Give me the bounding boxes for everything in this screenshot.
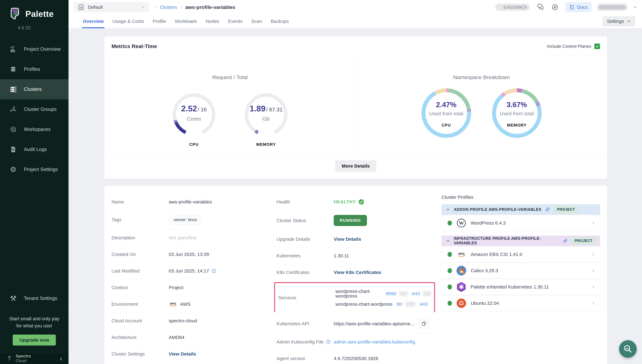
collapse-sidebar-icon[interactable]: ‹ [58, 354, 64, 362]
tab-usage-costs[interactable]: Usage & Costs [108, 14, 148, 28]
layers-icon [9, 66, 17, 73]
sidebar-item-label: Workspaces [24, 126, 51, 132]
memory-request-value: 1.89 [250, 104, 266, 113]
memory-gauge-label: MEMORY [256, 142, 276, 147]
breadcrumb: / Clusters / aws-profile-variables [155, 4, 235, 10]
profile-item-palette-extended-kubernetes[interactable]: Palette eXtended Kubernetes 1.30.11 [442, 279, 600, 295]
sidebar-item-profiles[interactable]: Profiles [0, 59, 69, 79]
detail-row-environment: Environment aws AWS [111, 296, 270, 312]
sidebar-item-label: Clusters [24, 86, 42, 92]
detail-row-architecture: Architecture AMD64 [111, 329, 270, 346]
cluster-details-card: Name aws-profile-variables Tags owner: l… [104, 186, 607, 364]
app-version: 4.6.32 [9, 20, 69, 30]
sidebar-item-workspaces[interactable]: Workspaces [0, 119, 69, 140]
checkbox-checked-icon[interactable] [594, 44, 600, 49]
memory-used-percent: 3.67% [491, 100, 543, 109]
sidebar-footer: Spectro Cloud ‹ [0, 353, 69, 364]
services-row-highlighted: Services wordpress-chart-wordpress :9090… [274, 282, 435, 312]
view-k8s-certificates-link[interactable]: View K8s Certificates [334, 270, 381, 275]
profile-item-calico[interactable]: Calico 3.29.3 [442, 263, 600, 278]
info-icon[interactable] [211, 268, 216, 273]
profile-item-amazon-ebs-csi[interactable]: aws Amazon EBS CSI 1.41.0 [442, 246, 600, 262]
tab-nodes[interactable]: Nodes [201, 14, 224, 28]
tab-overview[interactable]: Overview [78, 14, 108, 28]
sidebar-item-tenant-settings[interactable]: ⚒ Tenant Settings [0, 288, 69, 308]
more-details-button[interactable]: More Details [335, 160, 376, 172]
detail-row-k8s-certificates: K8s Certificates View K8s Certificates [277, 264, 435, 281]
detail-row-cloud-account: Cloud Account spectro-cloud [111, 312, 270, 329]
sidebar-item-label: Cluster Groups [24, 106, 57, 112]
kubeconfig-download-link[interactable]: admin.aws-profile-variables.kubeconfig [334, 339, 415, 344]
upgrade-view-details-link[interactable]: View Details [334, 236, 361, 242]
sidebar-item-audit-logs[interactable]: Audit Logs [0, 140, 69, 160]
chevron-right-icon [591, 285, 596, 289]
svg-text:W: W [459, 220, 464, 226]
breadcrumb-clusters-link[interactable]: Clusters [160, 4, 177, 10]
detail-row-tags: Tags owner: linus [111, 210, 270, 230]
bar-chart-icon [9, 46, 17, 53]
status-dot-green [448, 268, 452, 273]
tab-scan[interactable]: Scan [247, 14, 266, 28]
cluster-settings-view-details-link[interactable]: View Details [169, 351, 196, 357]
profile-item-wordpress[interactable]: W WordPress 6.4.3 [442, 215, 600, 231]
brand-name: Palette [25, 9, 54, 19]
cluster-profiles-title: Cluster Profiles [442, 194, 600, 200]
request-total-title: Request / Total [212, 74, 248, 80]
service-name: wordpress-chart-wordpress [335, 302, 392, 306]
chevron-down-icon[interactable] [633, 5, 637, 10]
brand-block: Palette 4.6.32 [0, 0, 69, 30]
docs-button[interactable]: Docs [565, 2, 591, 12]
cpu-used-percent: 2.47% [420, 100, 472, 109]
sidebar-item-label: Tenant Settings [24, 296, 57, 301]
copy-icon[interactable] [419, 319, 429, 329]
service-port-link[interactable]: :443 [418, 302, 428, 306]
tag-pill: owner: linus [169, 215, 202, 224]
topbar: Default / Clusters / aws-profile-variabl… [69, 0, 642, 14]
metrics-card: Metrics Real-Time Include Control Planes… [104, 36, 607, 179]
sidebar-item-cluster-groups[interactable]: Cluster Groups [0, 99, 69, 119]
health-status-text: HEALTHY [334, 200, 356, 204]
infrastructure-profile-group: INFRASTRUCTURE PROFILE AWS-PROFILE-VARIA… [442, 236, 600, 311]
spectro-cloud-logo [6, 355, 13, 362]
redacted-text [405, 302, 415, 306]
chevron-right-icon [591, 301, 596, 306]
detail-row-cluster-settings: Cluster Settings View Details [111, 346, 270, 362]
user-menu[interactable] [598, 4, 626, 10]
sidebar-item-project-settings[interactable]: ⚙ Project Settings [0, 160, 69, 180]
chevron-down-icon [446, 207, 450, 212]
promo-line2: for what you use! [4, 322, 65, 329]
settings-dropdown-button[interactable]: Settings [603, 16, 635, 26]
service-port-link[interactable]: :9090 [384, 291, 396, 296]
status-dot-green [448, 220, 452, 226]
feedback-chat-button[interactable] [536, 3, 544, 11]
service-port-link[interactable]: :80 [396, 302, 402, 306]
addon-profile-group: ADDON PROFILE AWS-PROFILE-VARIABLES PROJ… [442, 204, 600, 231]
info-icon[interactable] [326, 340, 331, 344]
sidebar-item-label: Project Settings [24, 167, 58, 172]
chevron-down-icon [446, 239, 450, 243]
detail-row-kubernetes-api: Kubernetes API https://aws-profile-varia… [277, 314, 435, 334]
memory-namespace-donut: 3.67% Used from total MEMORY [491, 87, 543, 139]
help-search-fab[interactable] [619, 340, 637, 358]
tab-workloads[interactable]: Workloads [170, 14, 201, 28]
tools-icon: ⚒ [9, 295, 17, 302]
calico-logo [456, 266, 466, 276]
service-port-link[interactable]: :443 [411, 291, 420, 296]
profile-item-ubuntu[interactable]: Ubuntu 22.04 [442, 296, 600, 311]
project-selector[interactable]: Default [74, 2, 149, 12]
tab-backups[interactable]: Backups [266, 14, 293, 28]
tab-events[interactable]: Events [224, 14, 247, 28]
compass-explore-button[interactable] [551, 3, 559, 11]
addon-profile-header[interactable]: ADDON PROFILE AWS-PROFILE-VARIABLES PROJ… [442, 204, 600, 214]
audit-log-icon [9, 146, 17, 153]
tab-profile[interactable]: Profile [148, 14, 170, 28]
sidebar-item-clusters[interactable]: Clusters [0, 79, 69, 99]
sidebar: Palette 4.6.32 Project Overview [0, 0, 69, 364]
sidebar-item-project-overview[interactable]: Project Overview [0, 39, 69, 59]
detail-row-admin-kubeconfig: Admin Kubeconfig File admin.aws-profile-… [277, 334, 435, 350]
cluster-info-column: Name aws-profile-variables Tags owner: l… [111, 194, 270, 364]
infrastructure-profile-header[interactable]: INFRASTRUCTURE PROFILE AWS-PROFILE-VARIA… [442, 236, 600, 246]
cpu-namespace-donut: 2.47% Used from total CPU [420, 87, 472, 139]
include-control-planes-toggle[interactable]: Include Control Planes [547, 44, 600, 49]
upgrade-now-button[interactable]: Upgrade now [13, 334, 56, 346]
